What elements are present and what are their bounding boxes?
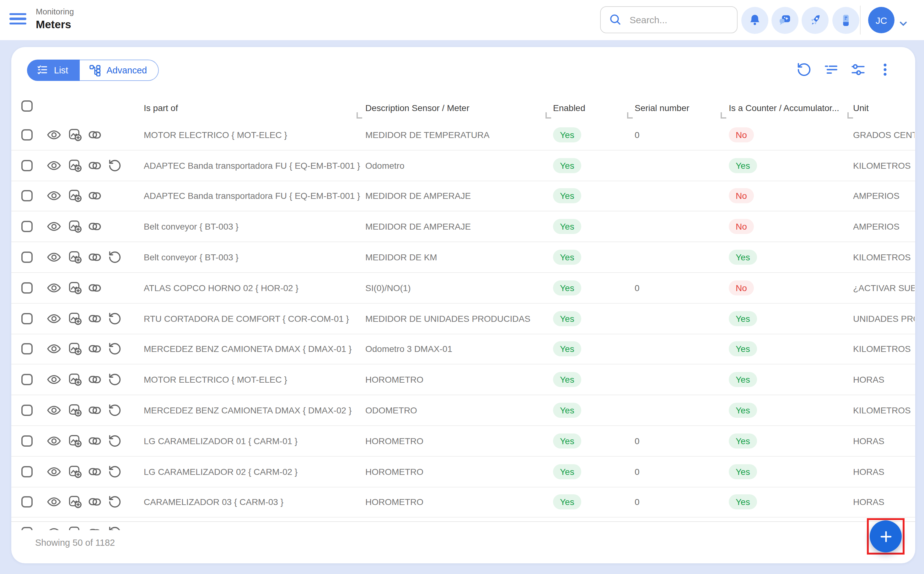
preview-button[interactable] — [46, 189, 62, 203]
column-resize-handle[interactable] — [720, 112, 726, 118]
table-row[interactable]: LG CARAMELIZADOR 02 { CARM-02 } HOROMETR… — [11, 457, 915, 487]
tab-advanced[interactable]: Advanced — [79, 60, 159, 81]
row-checkbox[interactable] — [21, 497, 33, 508]
column-header-enabled[interactable]: Enabled — [553, 103, 585, 113]
add-meter-fab[interactable] — [870, 520, 902, 552]
preview-button[interactable] — [46, 403, 62, 418]
row-checkbox[interactable] — [21, 435, 33, 447]
hamburger-menu-button[interactable] — [9, 13, 28, 28]
link-button[interactable] — [87, 127, 102, 142]
preview-button[interactable] — [46, 311, 62, 326]
preview-button[interactable] — [46, 127, 62, 142]
refresh-button[interactable] — [796, 62, 813, 79]
row-checkbox[interactable] — [21, 344, 33, 355]
whats-new-button[interactable] — [802, 7, 829, 34]
history-icon-button[interactable] — [107, 158, 122, 173]
tab-list[interactable]: List — [27, 60, 79, 81]
link-button[interactable] — [87, 219, 102, 234]
column-header-unit[interactable]: Unit — [853, 103, 869, 113]
history-icon-button[interactable] — [107, 250, 122, 265]
preview-button[interactable] — [46, 464, 62, 479]
link-button[interactable] — [87, 464, 102, 479]
link-button[interactable] — [87, 281, 102, 295]
link-button[interactable] — [87, 250, 102, 265]
search-box[interactable] — [600, 6, 738, 33]
preview-button[interactable] — [46, 250, 62, 265]
table-row[interactable]: CARAMELIZADOR 03 { CARM-03 } HOROMETRO Y… — [11, 487, 915, 518]
row-checkbox[interactable] — [21, 129, 33, 140]
row-checkbox[interactable] — [21, 191, 33, 202]
preview-button[interactable] — [46, 342, 62, 356]
preview-button[interactable] — [46, 219, 62, 234]
table-row[interactable]: ADAPTEC Banda transportadora FU { EQ-EM-… — [11, 181, 915, 212]
add-image-button[interactable] — [68, 311, 83, 326]
preview-button[interactable] — [46, 495, 62, 510]
preview-button[interactable] — [46, 434, 62, 449]
table-row[interactable]: MOTOR ELECTRICO { MOT-ELEC } HOROMETRO Y… — [11, 365, 915, 396]
link-button[interactable] — [87, 434, 102, 449]
table-row[interactable]: ADAPTEC Banda transportadora FU { EQ-EM-… — [11, 151, 915, 181]
column-header-description[interactable]: Description Sensor / Meter — [365, 103, 469, 113]
link-button[interactable] — [87, 495, 102, 510]
column-header-counter[interactable]: Is a Counter / Accumulator... — [729, 103, 839, 113]
row-checkbox[interactable] — [21, 282, 33, 293]
preview-button[interactable] — [46, 372, 62, 387]
row-checkbox[interactable] — [21, 221, 33, 232]
add-image-button[interactable] — [68, 127, 83, 142]
add-image-button[interactable] — [68, 219, 83, 234]
history-icon-button[interactable] — [107, 495, 122, 510]
column-header-is-part-of[interactable]: Is part of — [144, 103, 178, 113]
link-button[interactable] — [87, 403, 102, 418]
history-icon-button[interactable] — [107, 372, 122, 387]
history-icon-button[interactable] — [107, 311, 122, 326]
table-row[interactable]: Belt conveyor { BT-003 } MEDIDOR DE AMPE… — [11, 212, 915, 243]
table-row[interactable]: MOTOR ELECTRICO { MOT-ELEC } MEDIDOR DE … — [11, 120, 915, 151]
table-row[interactable]: RTU CORTADORA DE COMFORT { COR-COM-01 } … — [11, 304, 915, 334]
add-image-button[interactable] — [68, 281, 83, 295]
add-image-button[interactable] — [68, 434, 83, 449]
add-image-button[interactable] — [68, 250, 83, 265]
select-all-checkbox[interactable] — [21, 100, 33, 112]
add-image-button[interactable] — [68, 372, 83, 387]
column-resize-handle[interactable] — [357, 112, 362, 118]
table-row[interactable]: LG CARAMELIZADOR 01 { CARM-01 } HOROMETR… — [11, 426, 915, 457]
column-resize-handle[interactable] — [545, 112, 551, 118]
add-image-button[interactable] — [68, 403, 83, 418]
notifications-button[interactable] — [741, 7, 768, 34]
link-button[interactable] — [87, 311, 102, 326]
link-button[interactable] — [87, 372, 102, 387]
history-icon-button[interactable] — [107, 464, 122, 479]
more-options-button[interactable] — [877, 62, 894, 79]
row-checkbox[interactable] — [21, 405, 33, 416]
avatar[interactable]: JC — [868, 7, 894, 33]
filter-button[interactable] — [823, 62, 840, 79]
row-checkbox[interactable] — [21, 252, 33, 263]
add-image-button[interactable] — [68, 464, 83, 479]
table-row[interactable]: ATLAS COPCO HORNO 02 { HOR-02 } SI(0)/NO… — [11, 273, 915, 304]
link-button[interactable] — [87, 342, 102, 356]
history-icon-button[interactable] — [107, 403, 122, 418]
column-resize-handle[interactable] — [847, 112, 853, 118]
chevron-down-icon[interactable] — [900, 17, 907, 29]
tune-button[interactable] — [850, 62, 867, 79]
ai-chat-button[interactable] — [771, 7, 798, 34]
column-resize-handle[interactable] — [627, 112, 633, 118]
search-input[interactable] — [629, 14, 719, 26]
table-row[interactable]: MERCEDEZ BENZ CAMIONETA DMAX { DMAX-02 }… — [11, 395, 915, 426]
preview-button[interactable] — [46, 281, 62, 295]
history-icon-button[interactable] — [107, 342, 122, 356]
history-icon-button[interactable] — [107, 434, 122, 449]
add-image-button[interactable] — [68, 158, 83, 173]
column-header-serial[interactable]: Serial number — [635, 103, 689, 113]
row-checkbox[interactable] — [21, 313, 33, 324]
preview-button[interactable] — [46, 158, 62, 173]
link-button[interactable] — [87, 158, 102, 173]
row-checkbox[interactable] — [21, 466, 33, 477]
link-button[interactable] — [87, 189, 102, 203]
add-image-button[interactable] — [68, 189, 83, 203]
table-row[interactable]: Belt conveyor { BT-003 } MEDIDOR DE KM Y… — [11, 242, 915, 273]
add-image-button[interactable] — [68, 495, 83, 510]
add-image-button[interactable] — [68, 342, 83, 356]
row-checkbox[interactable] — [21, 160, 33, 171]
table-row[interactable]: MERCEDEZ BENZ CAMIONETA DMAX { DMAX-01 }… — [11, 334, 915, 365]
